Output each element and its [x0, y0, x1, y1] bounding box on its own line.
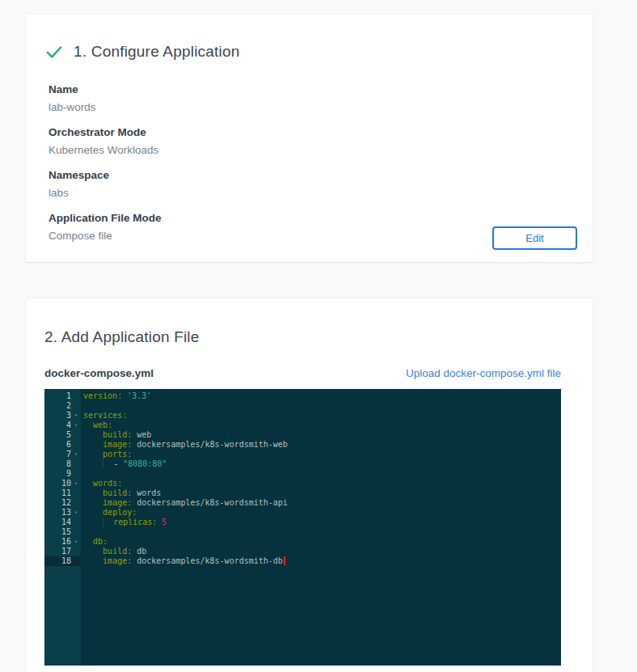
gutter-line: 14 [44, 518, 81, 527]
file-row: docker-compose.yml Upload docker-compose… [44, 367, 561, 379]
code-token: dockersamples/k8s-wordsmith-web [132, 440, 288, 449]
gutter-line: 6 [44, 440, 81, 450]
code-line[interactable]: deploy: [83, 508, 561, 518]
line-number: 12 [44, 498, 71, 508]
code-token: web: [93, 421, 112, 429]
add-application-file-card: 2. Add Application File docker-compose.y… [26, 298, 593, 672]
code-token [103, 459, 113, 468]
code-token: web [132, 430, 151, 439]
editor-gutter: 123▾4▾567▾8910▾111213▾141516▾1718 [44, 389, 81, 666]
gutter-line: 13▾ [44, 508, 81, 518]
field-name: Name lab-words [49, 83, 577, 113]
line-number: 5 [44, 430, 71, 440]
upload-file-link[interactable]: Upload docker-compose.yml file [406, 367, 561, 379]
code-token [83, 537, 93, 546]
gutter-line: 15 [44, 527, 81, 537]
code-token [83, 488, 103, 497]
line-number: 7 [44, 450, 71, 459]
code-line[interactable]: image: dockersamples/k8s-wordsmith-db [83, 556, 561, 566]
fold-gutter-spacer [71, 440, 81, 450]
code-line[interactable]: image: dockersamples/k8s-wordsmith-api [83, 498, 561, 508]
fold-gutter-spacer [71, 518, 81, 527]
line-number: 13 [44, 508, 71, 518]
code-token [83, 440, 103, 449]
line-number: 6 [44, 440, 71, 450]
line-number: 14 [44, 518, 71, 527]
field-label: Application File Mode [49, 212, 577, 224]
gutter-line: 7▾ [44, 450, 81, 459]
fold-gutter-spacer [71, 430, 81, 440]
code-token: dockersamples/k8s-wordsmith-api [132, 498, 288, 507]
code-line[interactable]: words: [83, 479, 561, 488]
line-number: 1 [44, 391, 71, 401]
code-token: words [132, 488, 161, 497]
code-token: '3.3' [127, 391, 151, 400]
code-line[interactable]: web: [83, 421, 561, 430]
code-token: db [132, 547, 146, 556]
check-icon [45, 43, 63, 61]
editor-code[interactable]: version: '3.3'services: web: build: web … [81, 389, 561, 666]
field-value: lab-words [49, 101, 577, 113]
fold-arrow-icon[interactable]: ▾ [71, 421, 81, 430]
line-number: 15 [44, 527, 71, 537]
yaml-code-editor[interactable]: 123▾4▾567▾8910▾111213▾141516▾1718 versio… [44, 389, 561, 666]
code-token: image: [103, 556, 132, 565]
line-number: 17 [44, 547, 71, 556]
line-number: 9 [44, 469, 71, 479]
line-number: 8 [44, 459, 71, 469]
field-orchestrator-mode: Orchestrator Mode Kubernetes Workloads [49, 126, 577, 156]
fold-gutter-spacer [71, 488, 81, 498]
code-token: image: [103, 440, 132, 449]
fold-gutter-spacer [71, 556, 81, 566]
code-token [83, 498, 103, 507]
fold-arrow-icon[interactable]: ▾ [71, 508, 81, 518]
code-line[interactable]: build: web [83, 430, 561, 440]
code-token [83, 508, 103, 517]
line-number: 16 [44, 537, 71, 547]
code-line[interactable]: build: db [83, 547, 561, 556]
gutter-line: 11 [44, 488, 81, 498]
code-token: image: [103, 498, 132, 507]
line-number: 10 [44, 479, 71, 488]
field-value: Kubernetes Workloads [49, 144, 577, 156]
code-token: version: [83, 391, 122, 400]
fold-arrow-icon[interactable]: ▾ [71, 450, 81, 459]
field-value: labs [49, 187, 577, 199]
code-line[interactable]: version: '3.3' [83, 391, 561, 401]
code-token [103, 518, 113, 526]
field-label: Namespace [49, 169, 577, 181]
code-line[interactable]: image: dockersamples/k8s-wordsmith-web [83, 440, 561, 450]
code-line[interactable]: build: words [83, 488, 561, 498]
code-line[interactable]: db: [83, 537, 561, 547]
code-token: deploy: [103, 508, 137, 517]
code-line[interactable] [83, 527, 561, 537]
fold-arrow-icon[interactable]: ▾ [71, 537, 81, 547]
gutter-line: 17 [44, 547, 81, 556]
code-line[interactable]: replicas: 5 [83, 518, 561, 527]
code-token [83, 479, 93, 488]
code-token: db: [93, 537, 108, 546]
fold-gutter-spacer [71, 459, 81, 469]
gutter-line: 8 [44, 459, 81, 469]
text-cursor [284, 556, 285, 565]
code-token: replicas: [113, 518, 157, 526]
edit-button[interactable]: Edit [492, 226, 577, 250]
code-line[interactable]: services: [83, 411, 561, 421]
code-line[interactable] [83, 401, 561, 411]
fold-gutter-spacer [71, 498, 81, 508]
file-name-label: docker-compose.yml [44, 367, 154, 379]
section1-fields: Name lab-words Orchestrator Mode Kuberne… [49, 83, 577, 242]
code-line[interactable] [83, 469, 561, 479]
code-token [83, 450, 103, 459]
fold-arrow-icon[interactable]: ▾ [71, 479, 81, 488]
configure-application-card: 1. Configure Application Name lab-words … [26, 14, 593, 262]
code-line[interactable]: - "8080:80" [83, 459, 561, 469]
code-line[interactable]: ports: [83, 450, 561, 459]
fold-arrow-icon[interactable]: ▾ [71, 411, 81, 421]
gutter-line: 9 [44, 469, 81, 479]
gutter-line: 3▾ [44, 411, 81, 421]
field-namespace: Namespace labs [49, 169, 577, 199]
line-number: 11 [44, 488, 71, 498]
code-token: "8080:80" [123, 459, 167, 468]
fold-gutter-spacer [71, 527, 81, 537]
